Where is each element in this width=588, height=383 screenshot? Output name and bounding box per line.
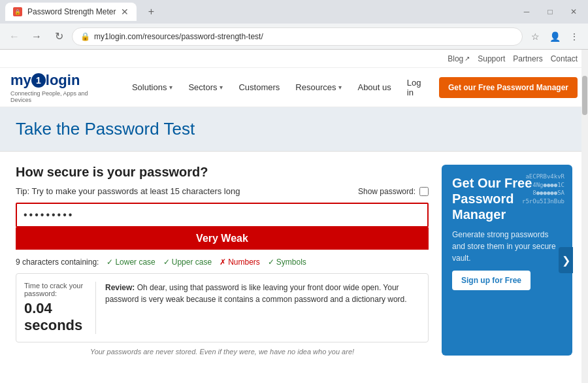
external-link-icon: ↗ xyxy=(465,55,470,62)
checkmark-icon: ✓ xyxy=(106,258,113,267)
ssl-lock-icon: 🔒 xyxy=(80,32,90,41)
back-button[interactable]: ← xyxy=(5,27,24,46)
page-hero: Take the Password Test xyxy=(0,107,588,152)
crack-time-value: 0.04 seconds xyxy=(24,300,86,334)
logo-tagline: Connecting People, Apps and Devices xyxy=(10,90,110,103)
nav-item-about[interactable]: About us xyxy=(351,77,397,97)
logo-my: my xyxy=(10,72,31,89)
chevron-down-icon: ▾ xyxy=(220,84,223,91)
browser-titlebar: 🔒 Password Strength Meter ✕ + ─ □ ✕ xyxy=(0,0,588,24)
nav-item-solutions[interactable]: Solutions ▾ xyxy=(125,77,179,97)
strength-indicator: Very Weak xyxy=(16,227,429,250)
login-link[interactable]: Log in xyxy=(398,73,439,103)
page-title: Take the Password Test xyxy=(16,119,572,139)
numbers-check: ✗ Numbers xyxy=(220,258,260,267)
side-panel-arrow[interactable]: ❯ xyxy=(559,247,573,273)
address-bar[interactable]: 🔒 my1login.com/resources/password-streng… xyxy=(72,27,523,46)
profile-icon[interactable]: 👤 xyxy=(546,28,563,45)
lowercase-check: ✓ Lower case xyxy=(106,258,155,267)
scrollbar-thumb[interactable] xyxy=(582,76,587,115)
tip-text: Tip: Try to make your passwords at least… xyxy=(16,186,240,196)
x-icon: ✗ xyxy=(220,258,226,267)
forward-button[interactable]: → xyxy=(27,27,46,46)
crack-review: Review: Oh dear, using that password is … xyxy=(105,282,420,334)
side-panel-description: Generate strong passwords and store them… xyxy=(452,229,562,264)
review-label: Review: xyxy=(105,283,135,292)
utility-bar: Blog ↗ Support Partners Contact xyxy=(0,50,588,68)
page-content: Blog ↗ Support Partners Contact my 1 log… xyxy=(0,50,588,383)
nav-items: Solutions ▾ Sectors ▾ Customers Resource… xyxy=(125,77,398,97)
uppercase-check: ✓ Upper case xyxy=(163,258,212,267)
menu-button[interactable]: ⋮ xyxy=(566,28,583,45)
chevron-down-icon: ▾ xyxy=(338,84,342,91)
partners-link[interactable]: Partners xyxy=(513,54,542,63)
logo-one: 1 xyxy=(31,73,46,88)
nav-item-sectors[interactable]: Sectors ▾ xyxy=(182,77,229,97)
logo-login: login xyxy=(46,72,80,89)
cta-button[interactable]: Get our Free Password Manager xyxy=(439,77,578,98)
refresh-button[interactable]: ↻ xyxy=(50,27,68,46)
nav-item-customers[interactable]: Customers xyxy=(232,77,286,97)
review-text: Oh dear, using that password is like lea… xyxy=(105,283,407,304)
nav-item-resources[interactable]: Resources ▾ xyxy=(289,77,348,97)
password-input[interactable] xyxy=(24,209,421,221)
browser-controls: ← → ↻ 🔒 my1login.com/resources/password-… xyxy=(0,24,588,50)
checkmark-icon: ✓ xyxy=(268,258,274,267)
crack-time-label: Time to crack your password: xyxy=(24,282,86,297)
symbols-check: ✓ Symbols xyxy=(268,258,306,267)
close-button[interactable]: ✕ xyxy=(564,3,583,21)
scrollbar[interactable] xyxy=(581,50,588,383)
blog-label: Blog xyxy=(448,54,463,63)
chevron-down-icon: ▾ xyxy=(169,84,172,91)
browser-frame: 🔒 Password Strength Meter ✕ + ─ □ ✕ ← → … xyxy=(0,0,588,383)
blog-link[interactable]: Blog ↗ xyxy=(448,54,470,63)
crack-info: Time to crack your password: 0.04 second… xyxy=(16,273,429,342)
checkmark-icon: ✓ xyxy=(163,258,170,267)
logo[interactable]: my 1 login Connecting People, Apps and D… xyxy=(10,72,110,103)
show-password-label: Show password: xyxy=(358,187,416,196)
tester-tip: Tip: Try to make your passwords at least… xyxy=(16,186,429,196)
main-area: How secure is your password? Tip: Try to… xyxy=(0,152,588,369)
main-navigation: my 1 login Connecting People, Apps and D… xyxy=(0,68,588,107)
char-count: 9 characters containing: xyxy=(16,258,99,267)
privacy-notice: Your passwords are never stored. Even if… xyxy=(16,348,429,356)
tab-favicon: 🔒 xyxy=(13,7,22,16)
crack-time: Time to crack your password: 0.04 second… xyxy=(24,282,96,334)
password-input-wrap xyxy=(16,203,429,227)
support-link[interactable]: Support xyxy=(478,54,505,63)
code-sample: aECPRBv4kvR 4Ng●●●●1C 8●●●●●●SA r5rOu5I3… xyxy=(522,173,564,205)
minimize-button[interactable]: ─ xyxy=(517,3,536,21)
side-panel: aECPRBv4kvR 4Ng●●●●1C 8●●●●●●SA r5rOu5I3… xyxy=(442,165,572,356)
maximize-button[interactable]: □ xyxy=(541,3,559,21)
show-password-checkbox[interactable] xyxy=(419,187,429,196)
signup-button[interactable]: Sign up for Free xyxy=(452,271,531,290)
tab-title: Password Strength Meter xyxy=(27,7,116,16)
new-tab-button[interactable]: + xyxy=(142,3,160,21)
browser-tab[interactable]: 🔒 Password Strength Meter ✕ xyxy=(5,3,137,21)
contact-link[interactable]: Contact xyxy=(551,54,578,63)
show-password-toggle[interactable]: Show password: xyxy=(358,187,429,196)
char-breakdown: 9 characters containing: ✓ Lower case ✓ … xyxy=(16,258,429,267)
url-text: my1login.com/resources/password-strength… xyxy=(94,32,514,41)
password-tester: How secure is your password? Tip: Try to… xyxy=(16,165,429,356)
address-bar-actions: ☆ 👤 ⋮ xyxy=(527,28,583,45)
chevron-right-icon: ❯ xyxy=(562,254,570,267)
tab-close-button[interactable]: ✕ xyxy=(121,7,129,17)
bookmark-icon[interactable]: ☆ xyxy=(527,28,544,45)
tester-heading: How secure is your password? xyxy=(16,165,429,180)
